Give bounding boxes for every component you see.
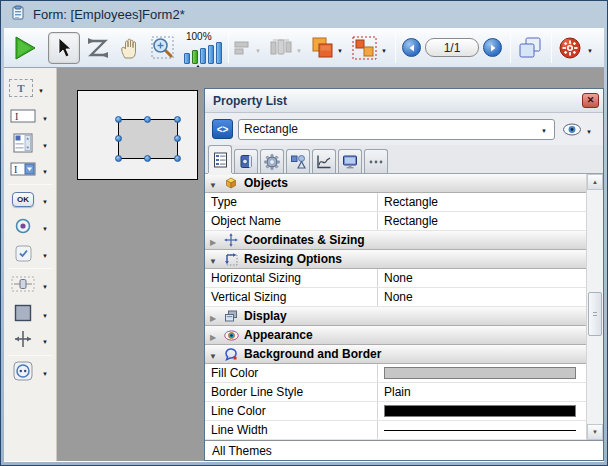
fill-color-swatch[interactable]: [384, 367, 576, 379]
line-width-sample[interactable]: [384, 430, 576, 431]
selection-handle-nw[interactable]: [115, 116, 122, 123]
execute-form-button[interactable]: [10, 32, 40, 64]
type-value[interactable]: Rectangle: [377, 193, 586, 211]
collapse-triangle[interactable]: [205, 345, 221, 363]
zoom-bar-100-current[interactable]: [192, 50, 198, 64]
next-page-button[interactable]: [483, 38, 502, 57]
scroll-down-arrow-icon[interactable]: [587, 424, 603, 440]
tab-display[interactable]: [338, 149, 362, 173]
distribute-button[interactable]: [266, 32, 306, 64]
tab-graph[interactable]: [312, 149, 336, 173]
collapse-triangle[interactable]: [205, 250, 221, 268]
collapse-triangle[interactable]: [205, 307, 221, 325]
selection-handle-s[interactable]: [144, 155, 151, 162]
form-settings-dropdown-arrow[interactable]: [585, 39, 595, 57]
splitter-dropdown-arrow[interactable]: [40, 330, 50, 348]
align-dropdown-arrow[interactable]: [253, 39, 263, 57]
visibility-options-button[interactable]: [560, 119, 596, 139]
zoom-bar-50[interactable]: [184, 53, 190, 64]
previous-page-button[interactable]: [402, 38, 421, 57]
rectangle-tool[interactable]: [9, 300, 54, 326]
group-button[interactable]: [350, 32, 390, 64]
selection-handle-se[interactable]: [174, 155, 181, 162]
group-dropdown-arrow[interactable]: [379, 39, 389, 57]
selection-handle-n[interactable]: [144, 116, 151, 123]
section-display[interactable]: Display: [205, 307, 586, 326]
tab-settings[interactable]: [260, 149, 284, 173]
tab-more[interactable]: [364, 149, 388, 173]
slider-tool[interactable]: [9, 271, 54, 297]
level-dropdown-arrow[interactable]: [335, 39, 345, 57]
tab-events[interactable]: [234, 149, 258, 173]
form-settings-button[interactable]: [557, 32, 583, 64]
checkbox-dropdown-arrow[interactable]: [40, 244, 50, 262]
zoom-tool-button[interactable]: [148, 32, 178, 64]
rectangle-object[interactable]: [118, 119, 178, 159]
splitter-tool[interactable]: [9, 326, 54, 352]
button-tool[interactable]: OK: [9, 186, 54, 212]
scrollbar-thumb[interactable]: [588, 292, 602, 336]
plugin-area-tool[interactable]: [9, 358, 54, 384]
selection-handle-sw[interactable]: [115, 155, 122, 162]
object-selector-combobox[interactable]: Rectangle: [238, 119, 555, 140]
entry-order-button[interactable]: [84, 32, 112, 64]
theme-filter-footer[interactable]: All Themes: [205, 440, 603, 460]
input-field-dropdown-arrow[interactable]: [40, 107, 50, 125]
prev-circle-icon: [408, 44, 416, 52]
slider-dropdown-arrow[interactable]: [40, 275, 50, 293]
selection-handle-ne[interactable]: [174, 116, 181, 123]
section-objects[interactable]: Objects: [205, 174, 586, 193]
combo-box-dropdown-arrow[interactable]: [40, 160, 50, 178]
distribute-dropdown-arrow[interactable]: [294, 39, 304, 57]
selection-handle-e[interactable]: [174, 135, 181, 142]
radio-button-dropdown-arrow[interactable]: [40, 217, 50, 235]
tab-property-list[interactable]: [208, 145, 232, 173]
move-tool-button[interactable]: [116, 32, 144, 64]
section-coordinates-sizing[interactable]: Coordinates & Sizing: [205, 231, 586, 250]
horizontal-sizing-value[interactable]: None: [377, 269, 586, 287]
radio-button-tool[interactable]: [9, 213, 54, 239]
code-brackets-icon[interactable]: <>: [212, 119, 233, 139]
zoom-bar-800[interactable]: [216, 42, 222, 64]
align-button[interactable]: [232, 32, 264, 64]
static-text-tool[interactable]: T: [9, 75, 54, 101]
zoom-bars-icon[interactable]: [184, 42, 222, 64]
selection-tool-button[interactable]: [48, 32, 80, 64]
checkbox-tool[interactable]: [9, 240, 54, 266]
property-list-header[interactable]: Property List ✕: [205, 89, 603, 113]
combo-box-tool[interactable]: I: [9, 156, 54, 182]
section-appearance[interactable]: Appearance: [205, 326, 586, 345]
display-views-button[interactable]: [516, 32, 544, 64]
display-icon: [221, 309, 241, 323]
close-icon[interactable]: ✕: [582, 93, 599, 108]
zoom-scale-control[interactable]: 100%: [184, 31, 222, 64]
section-resizing-options[interactable]: Resizing Options: [205, 250, 586, 269]
collapse-triangle[interactable]: [205, 174, 221, 192]
plugin-area-dropdown-arrow[interactable]: [40, 362, 50, 380]
border-line-style-value[interactable]: Plain: [377, 383, 586, 401]
collapse-triangle[interactable]: [205, 231, 221, 249]
object-selector-dropdown-arrow[interactable]: [539, 122, 549, 136]
list-box-tool[interactable]: [9, 130, 54, 156]
level-button[interactable]: [308, 32, 346, 64]
zoom-bar-400[interactable]: [208, 45, 214, 64]
titlebar[interactable]: Form: [Employees]Form2*: [1, 1, 607, 28]
object-name-value[interactable]: Rectangle: [377, 212, 586, 230]
static-text-dropdown-arrow[interactable]: [36, 79, 46, 97]
list-box-dropdown-arrow[interactable]: [40, 134, 50, 152]
rectangle-dropdown-arrow[interactable]: [40, 304, 50, 322]
selection-handle-w[interactable]: [115, 135, 122, 142]
section-background-and-border[interactable]: Background and Border: [205, 345, 586, 364]
tab-objects[interactable]: [286, 149, 310, 173]
property-grid-scrollbar[interactable]: [586, 174, 603, 440]
scroll-up-arrow-icon[interactable]: [587, 174, 603, 190]
zoom-bar-200[interactable]: [200, 48, 206, 64]
collapse-triangle[interactable]: [205, 326, 221, 344]
input-field-tool[interactable]: I: [9, 103, 54, 129]
visibility-dropdown-arrow[interactable]: [584, 120, 594, 138]
line-color-swatch[interactable]: [384, 405, 576, 417]
vertical-sizing-value[interactable]: None: [377, 288, 586, 306]
form-canvas[interactable]: [77, 90, 198, 180]
svg-text:I: I: [15, 111, 18, 122]
button-dropdown-arrow[interactable]: [40, 190, 50, 208]
